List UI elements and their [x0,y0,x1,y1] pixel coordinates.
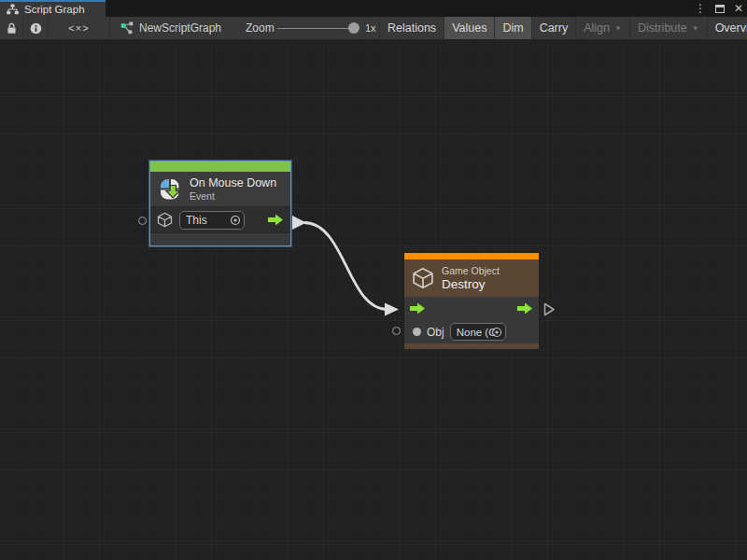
node-header[interactable]: On Mouse Down Event [150,172,290,207]
zoom-slider-handle[interactable] [348,22,359,34]
chevron-down-icon: ▼ [614,24,622,33]
trigger-output-port[interactable] [517,302,533,315]
code-icon: <×> [68,22,89,34]
info-button[interactable] [23,17,49,39]
target-field[interactable]: This [179,211,245,230]
align-dropdown[interactable]: Align ▼ [575,17,629,39]
close-icon[interactable]: ✕ [734,0,743,17]
obj-value-port[interactable] [413,328,421,336]
game-object-cube-icon [412,267,434,289]
node-subtitle: Event [190,190,276,202]
graph-canvas[interactable]: On Mouse Down Event This [0,40,747,560]
chevron-down-icon: ▼ [692,24,699,33]
trigger-input-port[interactable] [410,302,426,315]
obj-input-port[interactable] [392,327,401,335]
maximize-icon[interactable] [715,5,725,13]
exit-flow-arrow-icon[interactable] [543,302,556,316]
code-preview-button[interactable]: <×> [49,17,110,39]
menu-kebab-icon[interactable]: ⋮ [695,0,706,17]
mouse-down-icon [158,177,182,202]
graph-name-label: NewScriptGraph [139,21,221,35]
carry-button[interactable]: Carry [531,17,576,39]
node-accent-bar [150,161,290,172]
node-accent-bar [404,253,539,259]
target-row: This [150,207,290,232]
edge-onmousedown-to-destroy[interactable] [292,216,399,316]
info-icon [30,22,42,35]
node-title: On Mouse Down [190,176,276,189]
obj-field[interactable]: None (O [450,323,506,341]
node-footer [404,343,539,349]
node-category: Game Object [442,265,500,276]
tab-script-graph[interactable]: Script Graph [0,0,106,17]
edge-layer [0,40,747,560]
dim-button[interactable]: Dim [494,17,530,39]
graph-name-group[interactable]: NewScriptGraph [120,17,221,39]
object-picker-icon[interactable] [230,215,241,226]
trigger-row [404,297,539,320]
node-title: Destroy [442,277,500,291]
node-destroy[interactable]: Game Object Destroy Obj None (O [403,252,540,350]
toolbar-buttons: Relations Values Dim Carry Align ▼ Distr… [379,17,747,39]
overview-button[interactable]: Overview [707,17,747,39]
zoom-value: 1x [365,17,376,39]
tab-bar: Script Graph ⋮ ✕ [0,0,747,17]
obj-label: Obj [427,326,444,339]
window-controls: ⋮ ✕ [695,0,743,17]
zoom-label: Zoom [246,17,275,39]
relations-button[interactable]: Relations [379,17,444,39]
tab-title: Script Graph [24,4,85,15]
script-graph-window: Script Graph ⋮ ✕ <×> [0,0,747,560]
game-object-cube-icon [157,212,173,228]
node-header[interactable]: Game Object Destroy [404,259,539,297]
object-picker-icon[interactable] [491,327,502,338]
target-input-port[interactable] [138,217,147,225]
zoom-slider-track[interactable] [277,28,359,30]
lock-icon [7,22,17,35]
obj-row: Obj None (O [404,320,539,343]
values-button[interactable]: Values [444,17,494,39]
script-graph-asset-icon [120,21,134,35]
node-on-mouse-down[interactable]: On Mouse Down Event This [149,161,291,246]
trigger-output-port[interactable] [268,214,284,226]
graph-toolbar: <×> NewScriptGraph Zoom 1x Relations Val… [0,17,747,40]
distribute-dropdown[interactable]: Distribute ▼ [629,17,707,39]
hierarchy-icon [7,4,19,15]
lock-button[interactable] [0,17,23,39]
node-footer [150,232,290,245]
zoom-slider[interactable] [277,17,359,39]
